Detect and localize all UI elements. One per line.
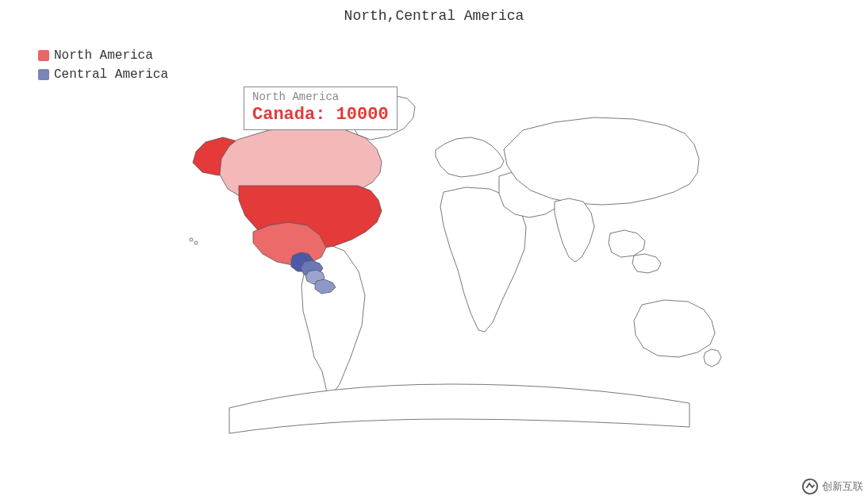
svg-point-5 [803, 479, 817, 494]
svg-point-3 [190, 238, 193, 241]
watermark: 创新互联 [801, 478, 863, 495]
tooltip-value: Canada: 10000 [252, 105, 389, 125]
legend-label: North America [54, 46, 153, 65]
tooltip: North America Canada: 10000 [244, 87, 398, 130]
legend-swatch-icon [38, 69, 49, 80]
legend: North America Central America [38, 46, 168, 84]
tooltip-series-name: North America [252, 90, 389, 103]
watermark-text: 创新互联 [822, 479, 863, 494]
world-map[interactable]: North America Canada: 10000 [182, 35, 729, 479]
series-north-america [193, 125, 382, 265]
svg-point-4 [194, 241, 198, 244]
legend-item-north-america[interactable]: North America [38, 46, 168, 65]
legend-item-central-america[interactable]: Central America [38, 65, 168, 84]
watermark-logo-icon [801, 478, 819, 495]
chart-title: North,Central America [0, 8, 868, 24]
legend-label: Central America [54, 65, 168, 84]
legend-swatch-icon [38, 50, 49, 61]
